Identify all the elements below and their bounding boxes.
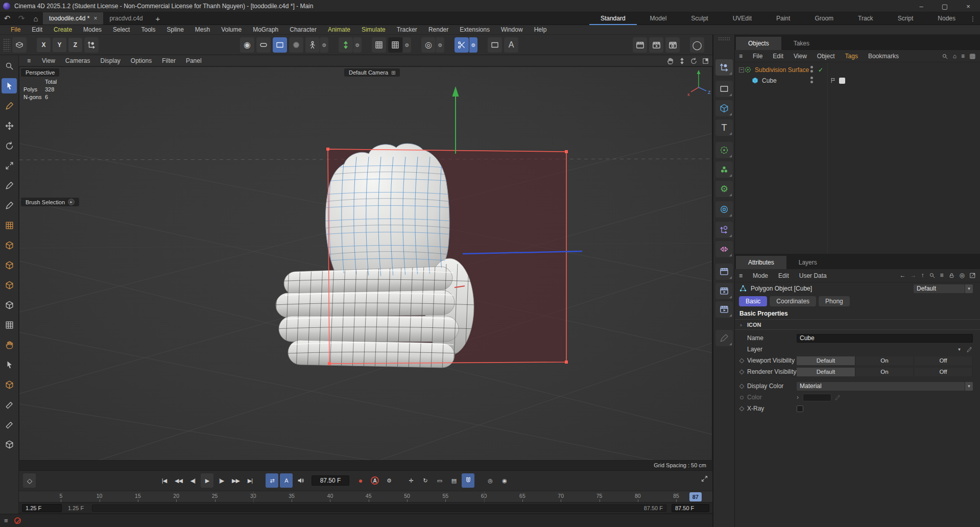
volume-builder-tool[interactable]: [2, 377, 17, 392]
attributes-tab-layers[interactable]: Layers: [786, 256, 829, 269]
grid-snap-settings-icon-gear-icon[interactable]: ⚙: [403, 37, 411, 53]
doc-tab-pracdvd-c4d[interactable]: pracdvd.c4d: [103, 12, 149, 25]
workspace-tab-sculpt[interactable]: Sculpt: [680, 12, 719, 25]
extrude-tool[interactable]: [2, 257, 17, 273]
live-selection-tool[interactable]: [2, 78, 17, 93]
next-frame-button[interactable]: |▶: [215, 473, 228, 488]
axis-lock-y-button[interactable]: Y: [53, 38, 66, 52]
search-icon[interactable]: [942, 53, 948, 60]
workspace-tab-paint[interactable]: Paint: [765, 12, 801, 25]
add-field-torus[interactable]: [715, 201, 733, 218]
workspace-tab-groom[interactable]: Groom: [803, 12, 845, 25]
key-parameter-button[interactable]: ▤: [447, 473, 460, 488]
home-icon[interactable]: ⌂: [29, 12, 43, 25]
keyframe-settings-button[interactable]: ⚙: [383, 473, 395, 488]
menu-file[interactable]: File: [5, 26, 26, 33]
back-icon[interactable]: ←: [900, 272, 906, 278]
bevel-tool[interactable]: [2, 277, 17, 293]
objects-menu-edit[interactable]: Edit: [768, 53, 788, 60]
polygon-tool[interactable]: [2, 218, 17, 233]
grab-tool[interactable]: [2, 337, 17, 352]
objects-tab-objects[interactable]: Objects: [736, 37, 781, 50]
record-keyframe-button[interactable]: ●: [354, 473, 367, 488]
previous-key-button[interactable]: ◀◀: [172, 473, 185, 488]
undo-icon[interactable]: ↶: [0, 12, 14, 25]
viewport-menu-view[interactable]: View: [37, 57, 60, 64]
workspace-tab-model[interactable]: Model: [639, 12, 678, 25]
preview-end-input[interactable]: 87.50 F: [672, 504, 709, 512]
annotate-pencil[interactable]: [715, 330, 733, 346]
toolbar-drag-handle[interactable]: [3, 38, 10, 52]
viewport-menu-panel[interactable]: Panel: [181, 57, 207, 64]
brush-selection-chip[interactable]: Brush Selection ▸: [21, 198, 79, 206]
keyframe-selection-button[interactable]: ◎: [484, 473, 496, 488]
cube-primitive-tool[interactable]: [2, 237, 17, 253]
timeline-expand-icon[interactable]: [701, 475, 708, 483]
menu-render[interactable]: Render: [423, 26, 454, 33]
attributes-tab-attributes[interactable]: Attributes: [736, 256, 786, 269]
keyable-diamond-icon[interactable]: [739, 384, 745, 389]
polygon-selection-tag-icon[interactable]: [830, 77, 836, 84]
lock-a-icon[interactable]: A: [504, 37, 518, 53]
viewport-canvas[interactable]: x Z Perspective Default Camera ⊞ TotalPo…: [19, 66, 712, 461]
viewport-menu-display[interactable]: Display: [95, 57, 126, 64]
viewport-solo-icon[interactable]: [488, 37, 502, 53]
coordinates-axis-tool[interactable]: [715, 59, 733, 76]
layer-eyedropper-icon[interactable]: [966, 346, 973, 353]
viewport-menu-filter[interactable]: Filter: [157, 57, 181, 64]
camera-label-chip[interactable]: Default Camera ⊞: [344, 68, 400, 77]
make-editable-icon[interactable]: ◉: [240, 37, 254, 53]
add-tab-button[interactable]: +: [149, 12, 166, 25]
viewport-menu-options[interactable]: Options: [126, 57, 157, 64]
poly-select-tool[interactable]: [2, 357, 17, 372]
timeline-ruler[interactable]: 51015202530354045505560657075808587: [19, 491, 712, 502]
preset-dropdown[interactable]: Default ▼: [914, 284, 973, 293]
render-settings-icon[interactable]: [665, 37, 680, 53]
attributes-menu-mode[interactable]: Mode: [748, 272, 773, 279]
workplane-mode-icon[interactable]: [273, 37, 287, 53]
keyframe-mode-button[interactable]: ◉: [498, 473, 511, 488]
sculpt-pen-tool[interactable]: [2, 198, 17, 213]
palette-drag-handle[interactable]: [718, 37, 730, 41]
preview-range-bar[interactable]: 87.50 F: [92, 505, 666, 512]
workspace-tab-nodes[interactable]: Nodes: [926, 12, 967, 25]
color-swatch[interactable]: [803, 394, 831, 401]
timeline-playhead[interactable]: 87: [689, 492, 702, 501]
paint-select-tool[interactable]: [2, 98, 17, 113]
render-view-icon[interactable]: [633, 37, 647, 53]
menu-simulate[interactable]: Simulate: [356, 26, 391, 33]
objects-menu-file[interactable]: File: [748, 53, 768, 60]
render-sphere-icon[interactable]: [289, 37, 303, 53]
viewport-visibility-on-button[interactable]: On: [855, 356, 914, 365]
scale-tool[interactable]: [2, 158, 17, 173]
layer-input[interactable]: [797, 345, 955, 354]
enabled-check-icon[interactable]: ✓: [818, 66, 823, 74]
visibility-dots-icon[interactable]: [810, 77, 813, 83]
plane-cut-tool[interactable]: [2, 317, 17, 332]
viewport-menu-cameras[interactable]: Cameras: [60, 57, 95, 64]
menu-create[interactable]: Create: [48, 26, 78, 33]
key-position-button[interactable]: ✛: [404, 473, 417, 488]
search-icon[interactable]: [929, 272, 936, 279]
menu-mograph[interactable]: MoGraph: [247, 26, 284, 33]
texture-tag-icon[interactable]: [839, 78, 845, 84]
workspace-more-icon[interactable]: ⋮: [968, 12, 978, 25]
stamp-tool[interactable]: [2, 437, 17, 452]
play-mode-button[interactable]: ⇄: [266, 473, 278, 488]
target-settings-icon-gear-icon[interactable]: ⚙: [436, 37, 444, 53]
section-tab-phong[interactable]: Phong: [819, 296, 850, 306]
section-tab-basic[interactable]: Basic: [739, 296, 767, 306]
smooth-tool[interactable]: [2, 417, 17, 432]
knife-tool[interactable]: [2, 397, 17, 412]
tree-expander-icon[interactable]: −: [739, 67, 744, 73]
up-icon[interactable]: ↑: [921, 272, 924, 278]
rotate-tool[interactable]: [2, 138, 17, 153]
doc-tab-toododile-c4d-[interactable]: toododile.c4d *×: [43, 12, 103, 25]
objects-menu-object[interactable]: Object: [812, 53, 840, 60]
character-tool-icon[interactable]: [305, 37, 320, 53]
rectangle-select-tool[interactable]: [715, 81, 733, 97]
mograph-cloner[interactable]: [715, 142, 733, 158]
external-icon[interactable]: [969, 272, 976, 279]
menu-character[interactable]: Character: [284, 26, 322, 33]
display-color-chevron-down-icon[interactable]: ▼: [965, 382, 973, 391]
